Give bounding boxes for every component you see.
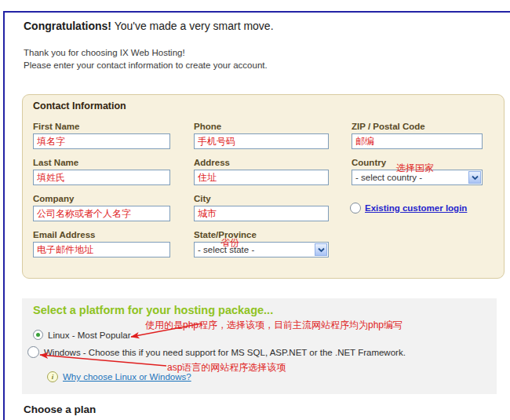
last-name-input[interactable] (33, 170, 170, 185)
phone-label: Phone (194, 122, 329, 131)
first-name-label: First Name (33, 122, 170, 131)
windows-radio[interactable] (27, 346, 39, 358)
zip-input[interactable] (352, 133, 483, 149)
intro-line-1: Thank you for choosing IX Web Hosting! (24, 48, 185, 57)
linux-option[interactable]: Linux - Most Popular (33, 330, 130, 340)
congrats-text: Congratulations! (24, 20, 111, 32)
dropdown-arrow-icon[interactable] (468, 171, 481, 184)
windows-option-label: Windows - Choose this if you need suppor… (44, 348, 406, 357)
why-choose-link[interactable]: Why choose Linux or Windows? (63, 372, 191, 382)
address-input[interactable] (194, 170, 329, 185)
state-selected-value: - select state - (195, 243, 328, 257)
last-name-label: Last Name (33, 158, 170, 167)
state-select[interactable]: - select state - (194, 242, 329, 257)
address-label: Address (194, 158, 329, 167)
existing-login-link[interactable]: Existing customer login (365, 203, 467, 213)
city-label: City (194, 194, 329, 203)
email-input[interactable] (33, 242, 170, 257)
linux-annotation: 使用的是php程序，选择该项，目前主流网站程序均为php编写 (145, 319, 403, 332)
why-choose-row: i Why choose Linux or Windows? (47, 371, 191, 382)
linux-option-label: Linux - Most Popular (48, 331, 130, 340)
phone-input[interactable] (194, 133, 329, 149)
contact-information-title: Contact Information (33, 100, 126, 111)
signup-page: Congratulations! You've made a very smar… (0, 0, 510, 420)
state-annotation: 省份 (220, 236, 239, 250)
choose-plan-title: Choose a plan (24, 404, 96, 415)
intro-line-2: Please enter your contact information to… (24, 60, 268, 70)
tagline-text: You've made a very smart move. (111, 20, 274, 32)
state-label: State/Province (194, 230, 329, 239)
dropdown-arrow-icon[interactable] (315, 243, 327, 256)
email-label: Email Address (33, 230, 170, 239)
page-title: Congratulations! You've made a very smar… (24, 20, 274, 32)
company-label: Company (33, 194, 170, 203)
info-icon: i (47, 371, 58, 382)
linux-radio[interactable] (33, 330, 43, 340)
city-input[interactable] (194, 206, 329, 221)
country-annotation: 选择国家 (396, 162, 434, 175)
first-name-input[interactable] (33, 133, 170, 149)
company-input[interactable] (33, 206, 170, 221)
zip-label: ZIP / Postal Code (352, 122, 483, 131)
existing-customer-login[interactable]: Existing customer login (350, 203, 467, 214)
radio-dot-icon (36, 333, 40, 337)
platform-title: Select a platform for your hosting packa… (33, 304, 273, 316)
windows-option[interactable]: Windows - Choose this if you need suppor… (27, 346, 406, 358)
existing-login-radio[interactable] (350, 203, 361, 214)
